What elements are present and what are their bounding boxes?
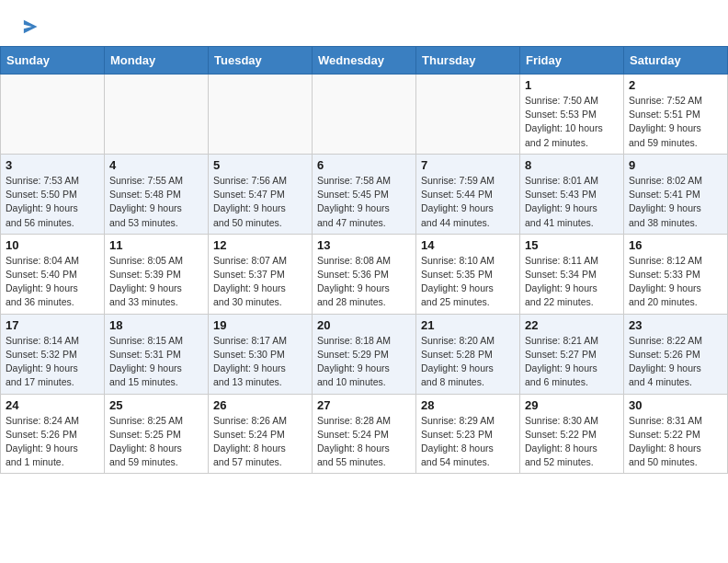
day-number: 11 (109, 238, 203, 252)
day-number: 3 (6, 158, 99, 172)
week-row-3: 10Sunrise: 8:04 AM Sunset: 5:40 PM Dayli… (1, 234, 728, 314)
day-cell: 4Sunrise: 7:55 AM Sunset: 5:48 PM Daylig… (105, 154, 209, 234)
day-number: 20 (317, 318, 411, 332)
day-info: Sunrise: 8:29 AM Sunset: 5:23 PM Dayligh… (421, 414, 515, 470)
day-number: 29 (525, 398, 619, 412)
day-info: Sunrise: 8:07 AM Sunset: 5:37 PM Dayligh… (213, 254, 307, 310)
week-row-4: 17Sunrise: 8:14 AM Sunset: 5:32 PM Dayli… (1, 314, 728, 394)
day-number: 16 (629, 238, 722, 252)
weekday-header-row: SundayMondayTuesdayWednesdayThursdayFrid… (1, 47, 728, 75)
weekday-sunday: Sunday (1, 47, 105, 75)
weekday-saturday: Saturday (624, 47, 728, 75)
day-cell: 3Sunrise: 7:53 AM Sunset: 5:50 PM Daylig… (1, 154, 105, 234)
week-row-1: 1Sunrise: 7:50 AM Sunset: 5:53 PM Daylig… (1, 75, 728, 155)
day-cell: 9Sunrise: 8:02 AM Sunset: 5:41 PM Daylig… (624, 154, 728, 234)
day-cell (105, 75, 209, 155)
day-cell: 7Sunrise: 7:59 AM Sunset: 5:44 PM Daylig… (416, 154, 520, 234)
weekday-thursday: Thursday (416, 47, 520, 75)
day-cell (1, 75, 105, 155)
weekday-tuesday: Tuesday (209, 47, 313, 75)
day-cell: 23Sunrise: 8:22 AM Sunset: 5:26 PM Dayli… (624, 314, 728, 394)
day-info: Sunrise: 8:08 AM Sunset: 5:36 PM Dayligh… (317, 254, 411, 310)
day-info: Sunrise: 8:01 AM Sunset: 5:43 PM Dayligh… (525, 174, 619, 230)
day-cell: 1Sunrise: 7:50 AM Sunset: 5:53 PM Daylig… (520, 75, 624, 155)
day-number: 1 (525, 78, 619, 92)
day-cell: 25Sunrise: 8:25 AM Sunset: 5:25 PM Dayli… (105, 394, 209, 474)
weekday-friday: Friday (520, 47, 624, 75)
logo (18, 17, 42, 37)
day-info: Sunrise: 8:30 AM Sunset: 5:22 PM Dayligh… (525, 414, 619, 470)
day-cell: 5Sunrise: 7:56 AM Sunset: 5:47 PM Daylig… (209, 154, 313, 234)
day-cell: 26Sunrise: 8:26 AM Sunset: 5:24 PM Dayli… (209, 394, 313, 474)
day-number: 15 (525, 238, 619, 252)
day-info: Sunrise: 8:02 AM Sunset: 5:41 PM Dayligh… (629, 174, 722, 230)
day-info: Sunrise: 8:18 AM Sunset: 5:29 PM Dayligh… (317, 334, 411, 390)
day-number: 10 (6, 238, 99, 252)
day-info: Sunrise: 7:58 AM Sunset: 5:45 PM Dayligh… (317, 174, 411, 230)
day-cell: 14Sunrise: 8:10 AM Sunset: 5:35 PM Dayli… (416, 234, 520, 314)
day-info: Sunrise: 8:28 AM Sunset: 5:24 PM Dayligh… (317, 414, 411, 470)
day-info: Sunrise: 7:56 AM Sunset: 5:47 PM Dayligh… (213, 174, 307, 230)
day-cell: 8Sunrise: 8:01 AM Sunset: 5:43 PM Daylig… (520, 154, 624, 234)
day-number: 24 (6, 398, 99, 412)
day-number: 13 (317, 238, 411, 252)
day-info: Sunrise: 8:20 AM Sunset: 5:28 PM Dayligh… (421, 334, 515, 390)
day-info: Sunrise: 8:17 AM Sunset: 5:30 PM Dayligh… (213, 334, 307, 390)
day-number: 21 (421, 318, 515, 332)
day-cell: 6Sunrise: 7:58 AM Sunset: 5:45 PM Daylig… (313, 154, 416, 234)
day-number: 7 (421, 158, 515, 172)
day-info: Sunrise: 8:05 AM Sunset: 5:39 PM Dayligh… (109, 254, 203, 310)
day-number: 25 (109, 398, 203, 412)
day-cell: 30Sunrise: 8:31 AM Sunset: 5:22 PM Dayli… (624, 394, 728, 474)
day-number: 19 (213, 318, 307, 332)
week-row-2: 3Sunrise: 7:53 AM Sunset: 5:50 PM Daylig… (1, 154, 728, 234)
day-cell: 19Sunrise: 8:17 AM Sunset: 5:30 PM Dayli… (209, 314, 313, 394)
day-number: 8 (525, 158, 619, 172)
day-number: 2 (629, 78, 722, 92)
day-info: Sunrise: 8:25 AM Sunset: 5:25 PM Dayligh… (109, 414, 203, 470)
day-cell: 16Sunrise: 8:12 AM Sunset: 5:33 PM Dayli… (624, 234, 728, 314)
day-cell: 13Sunrise: 8:08 AM Sunset: 5:36 PM Dayli… (313, 234, 416, 314)
day-cell: 11Sunrise: 8:05 AM Sunset: 5:39 PM Dayli… (105, 234, 209, 314)
day-cell: 22Sunrise: 8:21 AM Sunset: 5:27 PM Dayli… (520, 314, 624, 394)
day-cell: 10Sunrise: 8:04 AM Sunset: 5:40 PM Dayli… (1, 234, 105, 314)
day-cell (313, 75, 416, 155)
day-number: 27 (317, 398, 411, 412)
day-cell: 24Sunrise: 8:24 AM Sunset: 5:26 PM Dayli… (1, 394, 105, 474)
day-info: Sunrise: 7:59 AM Sunset: 5:44 PM Dayligh… (421, 174, 515, 230)
day-number: 28 (421, 398, 515, 412)
day-cell: 17Sunrise: 8:14 AM Sunset: 5:32 PM Dayli… (1, 314, 105, 394)
day-number: 22 (525, 318, 619, 332)
day-info: Sunrise: 8:26 AM Sunset: 5:24 PM Dayligh… (213, 414, 307, 470)
day-number: 12 (213, 238, 307, 252)
weekday-wednesday: Wednesday (313, 47, 416, 75)
day-number: 6 (317, 158, 411, 172)
day-cell: 20Sunrise: 8:18 AM Sunset: 5:29 PM Dayli… (313, 314, 416, 394)
day-number: 17 (6, 318, 99, 332)
day-number: 26 (213, 398, 307, 412)
day-number: 4 (109, 158, 203, 172)
day-info: Sunrise: 8:10 AM Sunset: 5:35 PM Dayligh… (421, 254, 515, 310)
day-cell: 18Sunrise: 8:15 AM Sunset: 5:31 PM Dayli… (105, 314, 209, 394)
day-cell (416, 75, 520, 155)
day-number: 14 (421, 238, 515, 252)
day-info: Sunrise: 8:21 AM Sunset: 5:27 PM Dayligh… (525, 334, 619, 390)
day-info: Sunrise: 7:50 AM Sunset: 5:53 PM Dayligh… (525, 94, 619, 150)
day-info: Sunrise: 8:14 AM Sunset: 5:32 PM Dayligh… (6, 334, 99, 390)
day-info: Sunrise: 7:52 AM Sunset: 5:51 PM Dayligh… (629, 94, 722, 150)
day-number: 18 (109, 318, 203, 332)
week-row-5: 24Sunrise: 8:24 AM Sunset: 5:26 PM Dayli… (1, 394, 728, 474)
day-number: 30 (629, 398, 722, 412)
day-cell: 29Sunrise: 8:30 AM Sunset: 5:22 PM Dayli… (520, 394, 624, 474)
page-header (0, 0, 728, 46)
day-info: Sunrise: 8:15 AM Sunset: 5:31 PM Dayligh… (109, 334, 203, 390)
day-info: Sunrise: 8:11 AM Sunset: 5:34 PM Dayligh… (525, 254, 619, 310)
day-info: Sunrise: 8:04 AM Sunset: 5:40 PM Dayligh… (6, 254, 99, 310)
day-cell: 28Sunrise: 8:29 AM Sunset: 5:23 PM Dayli… (416, 394, 520, 474)
day-info: Sunrise: 7:55 AM Sunset: 5:48 PM Dayligh… (109, 174, 203, 230)
weekday-monday: Monday (105, 47, 209, 75)
day-info: Sunrise: 8:31 AM Sunset: 5:22 PM Dayligh… (629, 414, 722, 470)
day-info: Sunrise: 8:22 AM Sunset: 5:26 PM Dayligh… (629, 334, 722, 390)
calendar-table: SundayMondayTuesdayWednesdayThursdayFrid… (0, 46, 728, 474)
day-cell: 2Sunrise: 7:52 AM Sunset: 5:51 PM Daylig… (624, 75, 728, 155)
